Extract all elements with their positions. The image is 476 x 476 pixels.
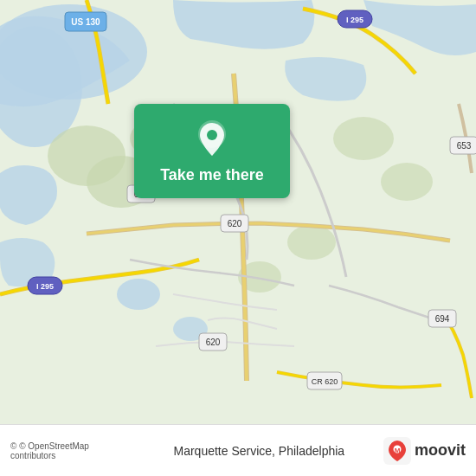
location-pin-icon xyxy=(191,118,233,159)
location-info: Marquette Service, Philadelphia xyxy=(135,444,383,458)
svg-point-8 xyxy=(381,163,433,201)
svg-text:620: 620 xyxy=(206,338,221,347)
take-me-there-card[interactable]: Take me there xyxy=(134,104,290,198)
take-me-there-button[interactable]: Take me there xyxy=(160,166,264,184)
map-container: US 130 I 295 I 295 620 620 620 CR 620 69… xyxy=(0,0,476,424)
moovit-brand-text: moovit xyxy=(415,441,466,460)
bottom-bar: © © OpenStreetMap contributors Marquette… xyxy=(0,424,476,476)
moovit-logo: M moovit xyxy=(383,437,466,465)
svg-text:653: 653 xyxy=(457,141,472,151)
svg-text:M: M xyxy=(395,447,401,454)
svg-point-31 xyxy=(207,130,217,140)
svg-point-7 xyxy=(333,117,394,160)
osm-attribution: © © OpenStreetMap contributors xyxy=(10,441,135,460)
svg-text:694: 694 xyxy=(435,314,450,324)
svg-point-3 xyxy=(117,279,160,310)
moovit-brand-icon: M xyxy=(383,437,411,465)
svg-text:I 295: I 295 xyxy=(346,16,363,24)
svg-text:I 295: I 295 xyxy=(36,282,54,291)
svg-point-9 xyxy=(287,225,336,260)
svg-text:620: 620 xyxy=(228,219,242,228)
svg-text:CR 620: CR 620 xyxy=(312,377,338,386)
svg-text:US 130: US 130 xyxy=(71,17,100,27)
